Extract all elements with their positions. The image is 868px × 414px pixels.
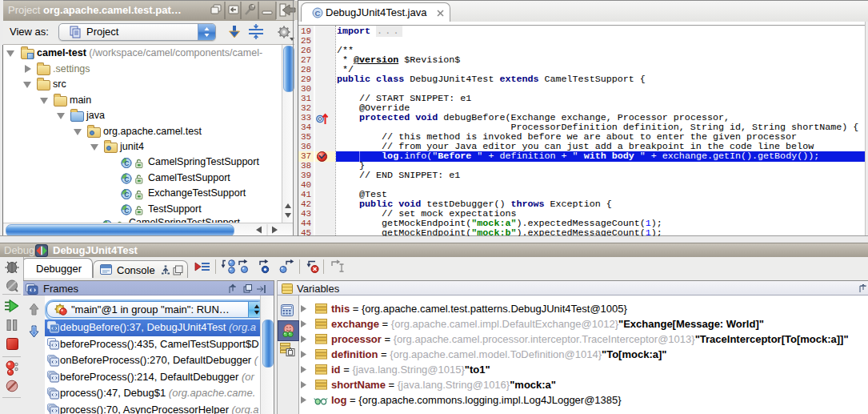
svg-text:C: C	[315, 9, 321, 18]
svg-text:C: C	[124, 159, 129, 167]
